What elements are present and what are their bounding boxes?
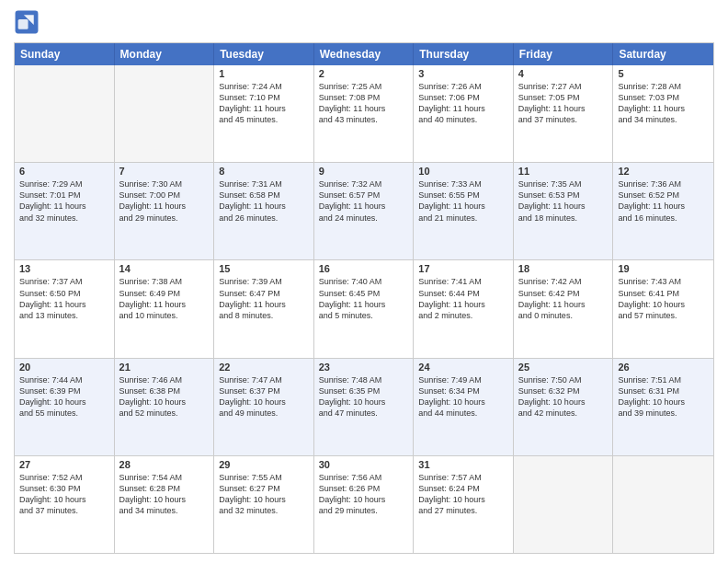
empty-cell [15,65,115,162]
calendar-row-5: 27Sunrise: 7:52 AMSunset: 6:30 PMDayligh… [15,455,713,553]
day-cell-3: 3Sunrise: 7:26 AMSunset: 7:06 PMDaylight… [414,65,514,162]
day-cell-28: 28Sunrise: 7:54 AMSunset: 6:28 PMDayligh… [115,456,215,553]
day-number: 23 [319,362,409,373]
day-details: Sunrise: 7:51 AMSunset: 6:31 PMDaylight:… [618,374,709,419]
day-cell-25: 25Sunrise: 7:50 AMSunset: 6:32 PMDayligh… [514,359,614,455]
calendar-header: SundayMondayTuesdayWednesdayThursdayFrid… [15,43,713,65]
day-details: Sunrise: 7:47 AMSunset: 6:37 PMDaylight:… [219,374,309,419]
day-cell-30: 30Sunrise: 7:56 AMSunset: 6:26 PMDayligh… [314,456,415,553]
day-details: Sunrise: 7:56 AMSunset: 6:26 PMDaylight:… [319,472,409,517]
day-number: 13 [19,263,109,274]
day-number: 14 [119,263,210,274]
day-cell-31: 31Sunrise: 7:57 AMSunset: 6:24 PMDayligh… [414,456,514,553]
day-number: 21 [119,362,210,373]
page: SundayMondayTuesdayWednesdayThursdayFrid… [0,0,728,563]
day-details: Sunrise: 7:40 AMSunset: 6:45 PMDaylight:… [319,276,409,321]
day-number: 8 [219,166,309,177]
logo [14,9,43,35]
day-details: Sunrise: 7:36 AMSunset: 6:52 PMDaylight:… [618,178,709,224]
day-cell-18: 18Sunrise: 7:42 AMSunset: 6:42 PMDayligh… [514,260,614,357]
day-details: Sunrise: 7:26 AMSunset: 7:06 PMDaylight:… [418,81,508,126]
day-number: 9 [319,166,409,177]
day-cell-29: 29Sunrise: 7:55 AMSunset: 6:27 PMDayligh… [214,456,314,553]
calendar: SundayMondayTuesdayWednesdayThursdayFrid… [14,42,714,554]
day-details: Sunrise: 7:24 AMSunset: 7:10 PMDaylight:… [219,81,309,126]
day-number: 12 [618,166,709,177]
day-details: Sunrise: 7:33 AMSunset: 6:55 PMDaylight:… [418,178,508,224]
day-details: Sunrise: 7:42 AMSunset: 6:42 PMDaylight:… [518,276,609,321]
day-cell-20: 20Sunrise: 7:44 AMSunset: 6:39 PMDayligh… [15,359,115,455]
day-cell-13: 13Sunrise: 7:37 AMSunset: 6:50 PMDayligh… [15,260,115,357]
header [14,9,714,35]
day-cell-8: 8Sunrise: 7:31 AMSunset: 6:58 PMDaylight… [214,163,314,259]
day-number: 26 [618,362,709,373]
day-number: 25 [518,362,609,373]
day-details: Sunrise: 7:49 AMSunset: 6:34 PMDaylight:… [418,374,508,419]
day-cell-7: 7Sunrise: 7:30 AMSunset: 7:00 PMDaylight… [115,163,215,259]
day-cell-19: 19Sunrise: 7:43 AMSunset: 6:41 PMDayligh… [613,260,713,357]
day-details: Sunrise: 7:41 AMSunset: 6:44 PMDaylight:… [418,276,508,321]
day-number: 29 [219,459,309,470]
day-cell-24: 24Sunrise: 7:49 AMSunset: 6:34 PMDayligh… [414,359,514,455]
day-cell-26: 26Sunrise: 7:51 AMSunset: 6:31 PMDayligh… [613,359,713,455]
day-details: Sunrise: 7:37 AMSunset: 6:50 PMDaylight:… [19,276,109,321]
header-day-sunday: Sunday [15,43,115,65]
logo-icon [14,9,40,35]
day-cell-1: 1Sunrise: 7:24 AMSunset: 7:10 PMDaylight… [214,65,314,162]
day-details: Sunrise: 7:39 AMSunset: 6:47 PMDaylight:… [219,276,309,321]
header-day-friday: Friday [514,43,614,65]
calendar-body: 1Sunrise: 7:24 AMSunset: 7:10 PMDaylight… [15,65,713,553]
day-cell-10: 10Sunrise: 7:33 AMSunset: 6:55 PMDayligh… [414,163,514,259]
day-number: 28 [119,459,210,470]
calendar-row-1: 1Sunrise: 7:24 AMSunset: 7:10 PMDaylight… [15,65,713,162]
header-day-saturday: Saturday [613,43,713,65]
day-details: Sunrise: 7:44 AMSunset: 6:39 PMDaylight:… [19,374,109,419]
day-number: 24 [418,362,508,373]
calendar-row-4: 20Sunrise: 7:44 AMSunset: 6:39 PMDayligh… [15,358,713,455]
day-number: 19 [618,263,709,274]
day-number: 20 [19,362,109,373]
day-number: 27 [19,459,109,470]
day-cell-21: 21Sunrise: 7:46 AMSunset: 6:38 PMDayligh… [115,359,215,455]
day-number: 3 [418,68,508,79]
day-details: Sunrise: 7:52 AMSunset: 6:30 PMDaylight:… [19,472,109,517]
day-details: Sunrise: 7:48 AMSunset: 6:35 PMDaylight:… [319,374,409,419]
day-cell-9: 9Sunrise: 7:32 AMSunset: 6:57 PMDaylight… [314,163,415,259]
day-cell-6: 6Sunrise: 7:29 AMSunset: 7:01 PMDaylight… [15,163,115,259]
day-cell-22: 22Sunrise: 7:47 AMSunset: 6:37 PMDayligh… [214,359,314,455]
day-cell-16: 16Sunrise: 7:40 AMSunset: 6:45 PMDayligh… [314,260,415,357]
header-day-tuesday: Tuesday [214,43,314,65]
svg-rect-2 [18,19,28,29]
day-cell-14: 14Sunrise: 7:38 AMSunset: 6:49 PMDayligh… [115,260,215,357]
day-cell-12: 12Sunrise: 7:36 AMSunset: 6:52 PMDayligh… [613,163,713,259]
day-details: Sunrise: 7:38 AMSunset: 6:49 PMDaylight:… [119,276,210,321]
day-number: 6 [19,166,109,177]
day-number: 30 [319,459,409,470]
empty-cell [613,456,713,553]
calendar-row-3: 13Sunrise: 7:37 AMSunset: 6:50 PMDayligh… [15,259,713,357]
day-details: Sunrise: 7:31 AMSunset: 6:58 PMDaylight:… [219,178,309,224]
day-cell-2: 2Sunrise: 7:25 AMSunset: 7:08 PMDaylight… [314,65,415,162]
day-details: Sunrise: 7:46 AMSunset: 6:38 PMDaylight:… [119,374,210,419]
day-details: Sunrise: 7:27 AMSunset: 7:05 PMDaylight:… [518,81,609,126]
empty-cell [115,65,215,162]
day-details: Sunrise: 7:28 AMSunset: 7:03 PMDaylight:… [618,81,709,126]
day-cell-23: 23Sunrise: 7:48 AMSunset: 6:35 PMDayligh… [314,359,415,455]
day-details: Sunrise: 7:54 AMSunset: 6:28 PMDaylight:… [119,472,210,517]
header-day-thursday: Thursday [414,43,514,65]
day-cell-11: 11Sunrise: 7:35 AMSunset: 6:53 PMDayligh… [514,163,614,259]
day-details: Sunrise: 7:35 AMSunset: 6:53 PMDaylight:… [518,178,609,224]
day-details: Sunrise: 7:57 AMSunset: 6:24 PMDaylight:… [418,472,508,517]
day-details: Sunrise: 7:25 AMSunset: 7:08 PMDaylight:… [319,81,409,126]
day-number: 4 [518,68,609,79]
day-details: Sunrise: 7:50 AMSunset: 6:32 PMDaylight:… [518,374,609,419]
day-cell-27: 27Sunrise: 7:52 AMSunset: 6:30 PMDayligh… [15,456,115,553]
day-number: 16 [319,263,409,274]
day-number: 11 [518,166,609,177]
day-number: 1 [219,68,309,79]
day-details: Sunrise: 7:32 AMSunset: 6:57 PMDaylight:… [319,178,409,224]
day-number: 22 [219,362,309,373]
empty-cell [514,456,614,553]
day-number: 7 [119,166,210,177]
day-details: Sunrise: 7:30 AMSunset: 7:00 PMDaylight:… [119,178,210,224]
